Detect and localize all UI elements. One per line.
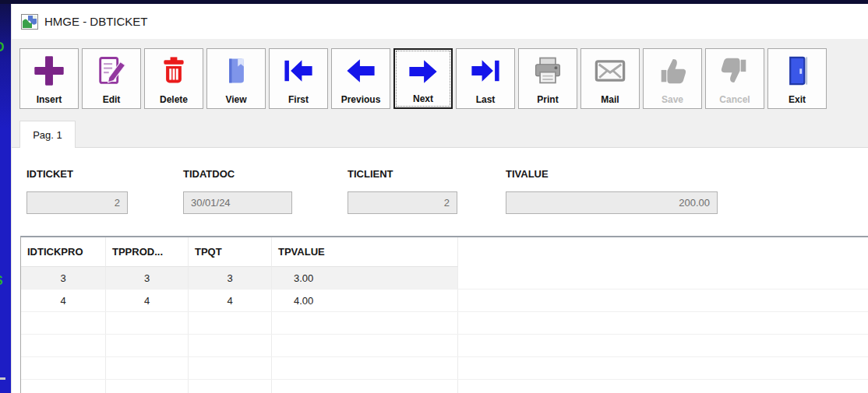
printer-icon — [530, 51, 566, 91]
desktop-fragment-dash — [0, 377, 5, 380]
mail-icon — [592, 51, 628, 91]
toolbar-button-label: First — [288, 95, 309, 105]
toolbar-button-label: Cancel — [719, 95, 750, 105]
grid-cell-empty[interactable] — [272, 357, 458, 379]
grid-cell-empty[interactable] — [21, 312, 106, 334]
field-idticket[interactable]: 2 — [26, 191, 128, 214]
grid-cell-empty[interactable] — [106, 357, 189, 379]
first-arrow-icon — [281, 51, 316, 91]
tab-pag-1[interactable]: Pag. 1 — [19, 121, 76, 149]
save-button: Save — [643, 48, 702, 109]
grid-column-header[interactable]: IDTICKPRO — [21, 237, 106, 267]
previous-arrow-icon — [343, 51, 379, 91]
door-exit-icon — [779, 51, 815, 91]
grid-column-header[interactable]: TPPROD... — [106, 237, 189, 267]
table-row[interactable]: 3333.00 — [21, 267, 868, 289]
grid-cell-empty[interactable] — [106, 335, 189, 356]
grid-row-filler — [458, 335, 868, 356]
toolbar-button-label: Delete — [160, 95, 188, 105]
edit-button[interactable]: Edit — [82, 48, 141, 109]
book-icon — [218, 51, 254, 91]
next-arrow-icon — [405, 51, 441, 92]
print-button[interactable]: Print — [518, 48, 577, 109]
toolbar-button-label: Print — [537, 95, 558, 105]
table-row-empty[interactable] — [21, 312, 868, 335]
grid-cell[interactable]: 4 — [189, 289, 272, 311]
toolbar-button-label: Last — [476, 95, 496, 105]
previous-button[interactable]: Previous — [331, 48, 390, 109]
grid-cell[interactable]: 3 — [189, 267, 272, 289]
field-label-idticket: IDTICKET — [26, 168, 73, 180]
toolbar-button-label: View — [225, 95, 246, 105]
grid-cell-empty[interactable] — [189, 312, 272, 334]
grid-cell-empty[interactable] — [106, 380, 189, 393]
view-button[interactable]: View — [206, 48, 266, 109]
toolbar-button-label: Edit — [103, 95, 121, 105]
grid-cell-empty[interactable] — [272, 312, 458, 334]
mail-button[interactable]: Mail — [580, 48, 640, 109]
field-tivalue[interactable]: 200.00 — [506, 191, 718, 214]
toolbar-button-label: Previous — [341, 95, 381, 105]
grid-cell-empty[interactable] — [21, 335, 106, 356]
grid-column-header[interactable]: TPQT — [189, 237, 272, 267]
toolbar: InsertEditDeleteViewFirstPreviousNextLas… — [12, 39, 868, 121]
grid-row-filler — [458, 312, 868, 334]
grid-row-filler — [458, 289, 868, 311]
first-button[interactable]: First — [269, 48, 328, 109]
grid-cell-empty[interactable] — [189, 380, 272, 393]
exit-button[interactable]: Exit — [767, 48, 827, 109]
toolbar-button-label: Insert — [37, 95, 62, 105]
grid-cell-empty[interactable] — [272, 335, 458, 356]
table-row-empty[interactable] — [21, 357, 868, 380]
toolbar-button-label: Mail — [601, 95, 619, 105]
grid-cell[interactable]: 4 — [106, 289, 189, 311]
grid-row-filler — [458, 380, 868, 393]
desktop-icon-label-fragment: S — [0, 274, 3, 288]
thumbs-down-icon — [717, 51, 753, 91]
field-label-tidatdoc: TIDATDOC — [183, 168, 235, 180]
table-row[interactable]: 4444.00 — [21, 289, 868, 312]
data-grid[interactable]: IDTICKPROTPPROD...TPQTTPVALUE3333.004444… — [20, 236, 868, 393]
field-tidatdoc[interactable]: 30/01/24 — [183, 191, 292, 214]
grid-cell[interactable]: 3.00 — [272, 267, 458, 289]
field-ticlient[interactable]: 2 — [348, 191, 457, 214]
toolbar-button-label: Save — [662, 95, 683, 105]
grid-cell-empty[interactable] — [106, 312, 189, 334]
grid-header-filler — [458, 237, 868, 267]
titlebar[interactable]: HMGE - DBTICKET — [12, 4, 868, 39]
grid-cell[interactable]: 3 — [106, 267, 189, 289]
grid-cell[interactable]: 3 — [21, 267, 106, 289]
field-value: 200.00 — [679, 197, 710, 209]
grid-header-row: IDTICKPROTPPROD...TPQTTPVALUE — [21, 237, 868, 267]
app-icon — [21, 14, 38, 30]
grid-row-filler — [458, 357, 868, 379]
field-label-tivalue: TIVALUE — [506, 168, 549, 180]
trash-icon — [156, 51, 192, 91]
table-row-empty[interactable] — [21, 380, 868, 393]
grid-cell-empty[interactable] — [21, 380, 106, 393]
tab-label: Pag. 1 — [33, 129, 62, 141]
last-arrow-icon — [468, 51, 503, 91]
grid-cell-empty[interactable] — [189, 357, 272, 379]
grid-cell-empty[interactable] — [189, 335, 272, 356]
grid-cell[interactable]: 4.00 — [272, 289, 458, 311]
table-row-empty[interactable] — [21, 335, 868, 357]
field-label-ticlient: TICLIENT — [348, 168, 393, 180]
grid-cell-empty[interactable] — [272, 380, 458, 393]
window-title: HMGE - DBTICKET — [44, 15, 148, 28]
grid-column-header[interactable]: TPVALUE — [272, 237, 458, 267]
plus-icon — [31, 51, 67, 91]
last-button[interactable]: Last — [456, 48, 515, 109]
next-button[interactable]: Next — [393, 48, 453, 109]
tabstrip: Pag. 1 — [12, 121, 868, 148]
field-value: 2 — [444, 197, 450, 209]
delete-button[interactable]: Delete — [144, 48, 203, 109]
insert-button[interactable]: Insert — [19, 48, 79, 109]
thumbs-up-icon — [655, 51, 690, 91]
grid-cell-empty[interactable] — [21, 357, 106, 379]
grid-row-filler — [458, 267, 868, 289]
field-value: 30/01/24 — [191, 197, 231, 209]
desktop-icon-label-fragment: O — [0, 40, 4, 54]
toolbar-button-label: Exit — [789, 95, 806, 105]
grid-cell[interactable]: 4 — [21, 289, 106, 311]
